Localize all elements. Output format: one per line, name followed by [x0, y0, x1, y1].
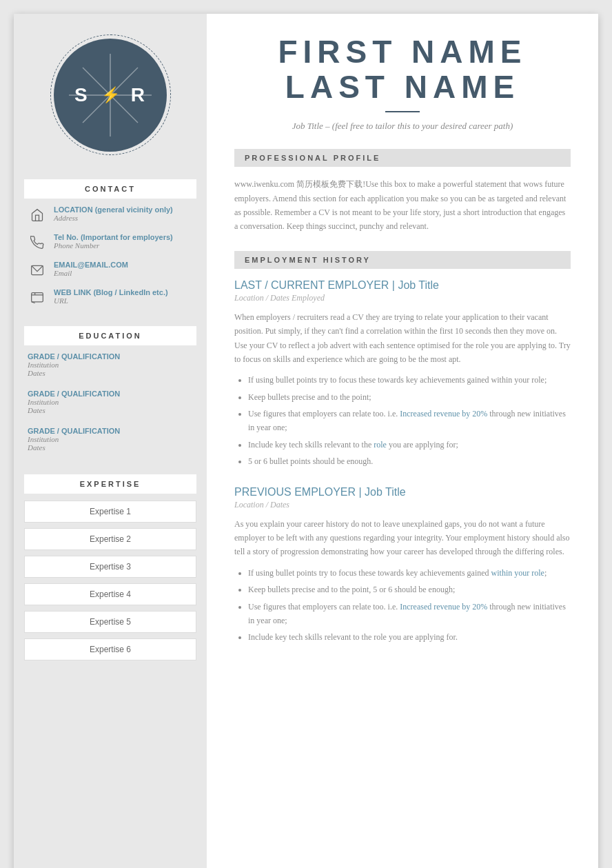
edu-institution-3: Institution: [28, 435, 193, 443]
contact-item-phone: Tel No. (Important for employers) Phone …: [24, 233, 196, 252]
sidebar: S ⚡ R CONTACT LOCATION (general vicinity…: [14, 14, 207, 868]
resume-container: S ⚡ R CONTACT LOCATION (general vicinity…: [14, 14, 598, 868]
edu-dates-1: Dates: [28, 369, 193, 377]
location-icon: [28, 205, 47, 225]
name-section: FIRST NAME LAST NAME Job Title – (feel f…: [234, 34, 571, 132]
contact-location-text: LOCATION (general vicinity only) Address: [54, 205, 193, 222]
education-header: EDUCATION: [24, 326, 196, 345]
highlight-revenue-1: Increased revenue by 20%: [400, 409, 487, 418]
bullet-1-3: Use figures that employers can relate to…: [248, 407, 571, 435]
expertise-item-5: Expertise 5: [24, 611, 196, 633]
profile-content: www.iwenku.com 简历模板免费下载!Use this box to …: [234, 179, 566, 231]
contact-location-label: LOCATION (general vicinity only): [54, 205, 193, 214]
bullet-1-2: Keep bullets precise and to the point;: [248, 390, 571, 404]
logo-circle: S ⚡ R: [55, 40, 165, 150]
profile-section-header: PROFESSIONAL PROFILE: [234, 149, 571, 167]
edu-institution-2: Institution: [28, 398, 193, 406]
contact-phone-label: Tel No. (Important for employers): [54, 233, 193, 241]
employment-section-header: EMPLOYMENT HISTORY: [234, 251, 571, 269]
employer-name-2: PREVIOUS EMPLOYER | Job Title: [234, 486, 571, 498]
edu-grade-3: GRADE / QUALIFICATION: [28, 427, 193, 435]
contact-email-label: EMAIL@EMAIL.COM: [54, 261, 193, 269]
first-name: FIRST NAME: [234, 34, 571, 70]
bullet-2-4: Include key tech skills relevant to the …: [248, 630, 571, 644]
contact-email-text: EMAIL@EMAIL.COM Email: [54, 261, 193, 277]
contact-location-value: Address: [54, 214, 193, 222]
expertise-item-3: Expertise 3: [24, 556, 196, 578]
profile-text: www.iwenku.com 简历模板免费下载!Use this box to …: [234, 177, 571, 234]
contact-item-email: EMAIL@EMAIL.COM Email: [24, 261, 196, 280]
last-name: LAST NAME: [234, 70, 571, 105]
bullet-2-2: Keep bullets precise and to the point, 5…: [248, 583, 571, 596]
contact-phone-value: Phone Number: [54, 241, 193, 250]
bullet-2-3: Use figures that employers can relate to…: [248, 600, 571, 628]
phone-icon: [28, 233, 47, 252]
expertise-item-2: Expertise 2: [24, 528, 196, 550]
bullet-1-4: Include key tech skills relevant to the …: [248, 438, 571, 452]
svg-rect-5: [32, 293, 43, 302]
edu-item-3: GRADE / QUALIFICATION Institution Dates: [24, 427, 196, 452]
employer-location-2: Location / Dates: [234, 500, 571, 510]
expertise-item-4: Expertise 4: [24, 583, 196, 605]
main-content: FIRST NAME LAST NAME Job Title – (feel f…: [207, 14, 598, 868]
edu-dates-2: Dates: [28, 406, 193, 414]
highlight-role-1: role: [374, 440, 387, 450]
contact-email-value: Email: [54, 269, 193, 277]
employer-block-2: PREVIOUS EMPLOYER | Job Title Location /…: [234, 486, 571, 645]
bullet-1-5: 5 or 6 bullet points should be enough.: [248, 454, 571, 468]
edu-item-2: GRADE / QUALIFICATION Institution Dates: [24, 390, 196, 414]
employer-bullets-2: If using bullet points try to focus thes…: [234, 566, 571, 645]
edu-institution-1: Institution: [28, 361, 193, 369]
highlight-revenue-2: Increased revenue by 20%: [400, 602, 487, 612]
bullet-1-1: If using bullet points try to focus thes…: [248, 373, 571, 387]
contact-web-text: WEB LINK (Blog / LinkedIn etc.) URL: [54, 288, 193, 305]
expertise-section: Expertise 1 Expertise 2 Expertise 3 Expe…: [14, 501, 207, 666]
employer-desc-1: When employers / recruiters read a CV th…: [234, 310, 571, 367]
edu-dates-3: Dates: [28, 443, 193, 452]
contact-web-label: WEB LINK (Blog / LinkedIn etc.): [54, 288, 193, 296]
employer-location-1: Location / Dates Employed: [234, 293, 571, 303]
edu-grade-2: GRADE / QUALIFICATION: [28, 390, 193, 398]
contact-section: LOCATION (general vicinity only) Address…: [14, 205, 207, 316]
edu-item-1: GRADE / QUALIFICATION Institution Dates: [24, 352, 196, 377]
edu-grade-1: GRADE / QUALIFICATION: [28, 352, 193, 361]
bullet-2-1: If using bullet points try to focus thes…: [248, 566, 571, 580]
contact-web-value: URL: [54, 296, 193, 305]
employer-desc-2: As you explain your career history do no…: [234, 517, 571, 559]
expertise-header: EXPERTISE: [24, 474, 196, 494]
employer-desc-2-text: As you explain your career history do no…: [234, 519, 570, 557]
contact-item-web: WEB LINK (Blog / LinkedIn etc.) URL: [24, 288, 196, 307]
expertise-item-6: Expertise 6: [24, 638, 196, 660]
name-divider: [385, 111, 420, 112]
contact-phone-text: Tel No. (Important for employers) Phone …: [54, 233, 193, 250]
employer-desc-1-text: When employers / recruiters read a CV th…: [234, 312, 571, 364]
contact-item-location: LOCATION (general vicinity only) Address: [24, 205, 196, 225]
employer-bullets-1: If using bullet points try to focus thes…: [234, 373, 571, 468]
highlight-within-1: within your role: [491, 568, 544, 578]
web-icon: [28, 288, 47, 307]
contact-header: CONTACT: [24, 179, 196, 199]
logo-lightning: ⚡: [101, 86, 120, 104]
education-section: GRADE / QUALIFICATION Institution Dates …: [14, 352, 207, 464]
logo-letter-s: S: [74, 84, 89, 106]
expertise-item-1: Expertise 1: [24, 501, 196, 523]
job-title: Job Title – (feel free to tailor this to…: [234, 121, 571, 132]
logo-area: S ⚡ R: [14, 14, 207, 169]
employer-name-1: LAST / CURRENT EMPLOYER | Job Title: [234, 279, 571, 292]
logo-outer-circle: S ⚡ R: [50, 34, 171, 155]
logo-letter-r: R: [131, 84, 146, 106]
employer-block-1: LAST / CURRENT EMPLOYER | Job Title Loca…: [234, 279, 571, 469]
email-icon: [28, 261, 47, 280]
